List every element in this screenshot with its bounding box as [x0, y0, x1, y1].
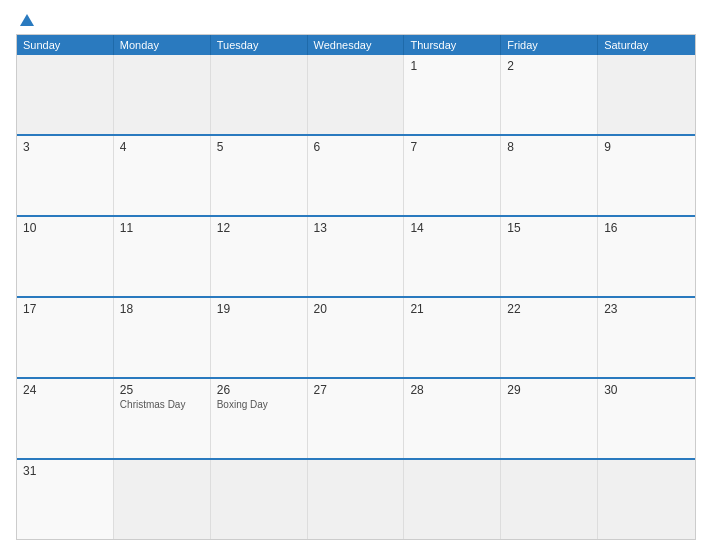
calendar-cell: 20 [308, 298, 405, 377]
calendar-cell: 31 [17, 460, 114, 539]
calendar-cell: 9 [598, 136, 695, 215]
calendar-cell: 23 [598, 298, 695, 377]
calendar-cell: 12 [211, 217, 308, 296]
calendar-cell: 1 [404, 55, 501, 134]
cell-date: 20 [314, 302, 398, 316]
cell-date: 12 [217, 221, 301, 235]
days-header-row: SundayMondayTuesdayWednesdayThursdayFrid… [17, 35, 695, 55]
cell-date: 27 [314, 383, 398, 397]
cell-date: 14 [410, 221, 494, 235]
cell-date: 31 [23, 464, 107, 478]
calendar-cell: 21 [404, 298, 501, 377]
cell-event: Boxing Day [217, 399, 301, 410]
cell-date: 29 [507, 383, 591, 397]
cell-date: 2 [507, 59, 591, 73]
day-header-wednesday: Wednesday [308, 35, 405, 55]
calendar-cell: 18 [114, 298, 211, 377]
calendar-cell: 5 [211, 136, 308, 215]
calendar-cell: 30 [598, 379, 695, 458]
calendar-cell: 19 [211, 298, 308, 377]
cell-date: 22 [507, 302, 591, 316]
calendar-cell: 28 [404, 379, 501, 458]
cell-date: 19 [217, 302, 301, 316]
logo-blue-container [16, 14, 34, 26]
calendar-cell: 15 [501, 217, 598, 296]
day-header-thursday: Thursday [404, 35, 501, 55]
calendar-cell: 27 [308, 379, 405, 458]
day-header-saturday: Saturday [598, 35, 695, 55]
week-row-1: 3456789 [17, 134, 695, 215]
cell-date: 5 [217, 140, 301, 154]
cell-date: 4 [120, 140, 204, 154]
cell-date: 3 [23, 140, 107, 154]
cell-date: 21 [410, 302, 494, 316]
calendar-cell: 17 [17, 298, 114, 377]
cell-date: 1 [410, 59, 494, 73]
calendar-cell: 24 [17, 379, 114, 458]
cell-date: 8 [507, 140, 591, 154]
day-header-sunday: Sunday [17, 35, 114, 55]
cell-date: 26 [217, 383, 301, 397]
page-header [16, 14, 696, 26]
cell-date: 30 [604, 383, 689, 397]
calendar-cell: 10 [17, 217, 114, 296]
calendar-cell: 22 [501, 298, 598, 377]
calendar-cell: 4 [114, 136, 211, 215]
calendar-cell: 26Boxing Day [211, 379, 308, 458]
calendar-cell: 11 [114, 217, 211, 296]
calendar-cell [114, 55, 211, 134]
calendar-grid: SundayMondayTuesdayWednesdayThursdayFrid… [16, 34, 696, 540]
calendar-cell: 7 [404, 136, 501, 215]
week-row-5: 31 [17, 458, 695, 539]
calendar-cell: 16 [598, 217, 695, 296]
calendar-weeks: 1234567891011121314151617181920212223242… [17, 55, 695, 539]
calendar-cell: 14 [404, 217, 501, 296]
calendar-cell [211, 55, 308, 134]
calendar-cell: 13 [308, 217, 405, 296]
cell-date: 25 [120, 383, 204, 397]
cell-date: 6 [314, 140, 398, 154]
cell-event: Christmas Day [120, 399, 204, 410]
calendar-cell [308, 460, 405, 539]
cell-date: 11 [120, 221, 204, 235]
calendar-cell: 8 [501, 136, 598, 215]
week-row-4: 2425Christmas Day26Boxing Day27282930 [17, 377, 695, 458]
calendar-cell [114, 460, 211, 539]
cell-date: 9 [604, 140, 689, 154]
calendar-cell [17, 55, 114, 134]
calendar-cell: 29 [501, 379, 598, 458]
day-header-monday: Monday [114, 35, 211, 55]
cell-date: 10 [23, 221, 107, 235]
cell-date: 18 [120, 302, 204, 316]
logo-triangle-icon [20, 14, 34, 26]
calendar-cell: 6 [308, 136, 405, 215]
calendar-page: SundayMondayTuesdayWednesdayThursdayFrid… [0, 0, 712, 550]
cell-date: 7 [410, 140, 494, 154]
day-header-friday: Friday [501, 35, 598, 55]
calendar-cell: 2 [501, 55, 598, 134]
calendar-cell [404, 460, 501, 539]
calendar-cell [308, 55, 405, 134]
week-row-0: 12 [17, 55, 695, 134]
cell-date: 23 [604, 302, 689, 316]
cell-date: 24 [23, 383, 107, 397]
logo [16, 14, 34, 26]
calendar-cell [598, 55, 695, 134]
cell-date: 16 [604, 221, 689, 235]
calendar-cell: 3 [17, 136, 114, 215]
week-row-2: 10111213141516 [17, 215, 695, 296]
calendar-cell [598, 460, 695, 539]
cell-date: 15 [507, 221, 591, 235]
day-header-tuesday: Tuesday [211, 35, 308, 55]
week-row-3: 17181920212223 [17, 296, 695, 377]
calendar-cell: 25Christmas Day [114, 379, 211, 458]
cell-date: 13 [314, 221, 398, 235]
calendar-cell [211, 460, 308, 539]
calendar-cell [501, 460, 598, 539]
cell-date: 17 [23, 302, 107, 316]
cell-date: 28 [410, 383, 494, 397]
